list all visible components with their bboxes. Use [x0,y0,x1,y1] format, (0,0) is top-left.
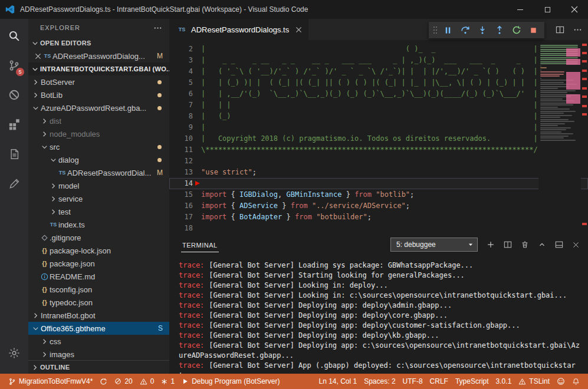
overview-ruler[interactable] [581,40,588,235]
debug-restart-button[interactable] [508,22,525,38]
more-actions-icon[interactable] [573,25,582,34]
line-number[interactable]: 12 [169,156,201,167]
tab-close-icon[interactable] [295,27,302,33]
line-number[interactable]: 13 [169,167,201,178]
line-number[interactable]: 4 [169,66,201,77]
activity-search-button[interactable] [0,21,28,51]
line-number[interactable]: 9 [169,122,201,133]
status-version[interactable]: 3.0.1 [492,374,515,389]
debug-pause-button[interactable] [439,22,456,38]
modified-dot [157,106,162,110]
status-eol[interactable]: CRLF [426,374,452,389]
activity-debug-blocked-button[interactable] [0,80,28,110]
minimize-button[interactable] [507,0,534,19]
terminal-line: trace:[General Bot Server] Looking in: d… [179,281,583,291]
tab-adresetpassworddialogs[interactable]: TS ADResetPasswordDialogs.ts [169,19,308,40]
maximize-button[interactable] [534,0,561,19]
editor-content[interactable]: 2| ( )_ _ |3| _ _ _ __ _ _ __ _ ___ ___ … [169,40,588,235]
tree-item-adresetpassworddial[interactable]: TSADResetPasswordDial...M [28,166,169,179]
tab-terminal[interactable]: TERMINAL [181,238,219,252]
status-debug-target[interactable]: Debug Program (BotServer) [178,374,283,389]
close-button[interactable] [561,0,588,19]
tree-item-azureadpasswordreset-gba[interactable]: AzureADPasswordReset.gba... [28,101,169,114]
status-cursor-position[interactable]: Ln 14, Col 1 [315,374,360,389]
minimap[interactable] [538,40,581,235]
split-editor-icon[interactable] [556,25,564,34]
new-terminal-icon[interactable] [487,240,495,249]
maximize-panel-icon[interactable] [538,240,546,249]
branch-icon [8,378,16,385]
tree-item-gitignore[interactable]: .gitignore [28,231,169,244]
line-number[interactable]: 10 [169,133,201,144]
close-panel-icon[interactable] [572,241,580,249]
outline-section-header[interactable]: OUTLINE [28,360,169,374]
line-number[interactable]: 18 [169,223,201,234]
tree-item-intranetbot-gbot[interactable]: IntranetBot.gbot [28,309,169,322]
line-number[interactable]: 16 [169,200,201,212]
chevron-down-icon [30,65,40,74]
workspace-section-header[interactable]: INTRANETBOTQUICKSTART.GBAI (WO... [28,62,169,75]
tree-item-package-json[interactable]: {}package.json [28,257,169,270]
debug-step-over-button[interactable] [456,22,474,38]
status-notifications[interactable] [569,374,583,389]
line-number[interactable]: 17 [169,212,201,223]
status-encoding[interactable]: UTF-8 [399,374,426,389]
status-info-count[interactable]: 1 [157,374,178,389]
status-errors[interactable]: 20 [111,374,136,389]
tree-item-node-modules[interactable]: node_modules [28,127,169,140]
status-git-branch[interactable]: MigrationToBotFmwV4* [5,374,96,389]
status-indentation[interactable]: Spaces: 2 [360,374,399,389]
line-number[interactable]: 11 [169,144,201,156]
debug-toolbar [429,22,544,38]
status-errors-label: 20 [124,377,132,385]
tree-item-dialog[interactable]: dialog [28,153,169,166]
tree-item-tsconfig-json[interactable]: {}tsconfig.json [28,283,169,296]
chevron-down-icon [31,104,41,113]
line-number[interactable]: 7 [169,100,201,111]
tree-item-dist[interactable]: dist [28,114,169,127]
open-editors-section-header[interactable]: OPEN EDITORS [28,37,169,50]
tree-item-package-lock-json[interactable]: {}package-lock.json [28,244,169,257]
status-sync[interactable] [96,374,111,389]
line-number[interactable]: 6 [169,88,201,100]
line-number[interactable]: 3 [169,55,201,66]
tree-item-model[interactable]: model [28,179,169,192]
toggle-panel-icon[interactable] [555,240,563,249]
more-actions-icon[interactable] [153,24,162,32]
tree-item-images[interactable]: images [28,348,169,360]
split-terminal-icon[interactable] [504,240,512,249]
activity-edit-button[interactable] [0,169,28,198]
tree-item-index-ts[interactable]: TSindex.ts [28,218,169,231]
activity-extensions-button[interactable] [0,110,28,139]
line-number[interactable]: 2 [169,44,201,55]
status-language[interactable]: TypeScript [452,374,492,389]
tab-label: ADResetPasswordDialogs.ts [191,25,289,34]
line-number[interactable]: 8 [169,111,201,122]
open-editor-item[interactable]: TSADResetPasswordDialog...M [28,50,169,62]
activity-documents-button[interactable] [0,139,28,169]
tree-item-css[interactable]: css [28,335,169,348]
line-number[interactable]: 15 [169,189,201,200]
debug-step-out-button[interactable] [491,22,508,38]
tree-item-botserver[interactable]: BotServer [28,75,169,88]
terminal-output[interactable]: trace:[General Bot Server] Loading sys p… [169,255,588,374]
debug-stop-button[interactable] [525,22,542,38]
status-warnings[interactable]: 0 [136,374,158,389]
line-number[interactable]: 5 [169,77,201,88]
tree-item-office365-gbtheme[interactable]: Office365.gbthemeS [28,322,169,335]
tree-item-typedoc-json[interactable]: {}typedoc.json [28,296,169,309]
tree-item-service[interactable]: service [28,192,169,205]
kill-terminal-icon[interactable] [521,240,529,249]
chevron-down-icon [40,143,50,151]
status-tslint[interactable]: TSLint [515,374,553,389]
status-feedback[interactable] [553,374,569,389]
terminal-selector[interactable]: 5: debuggee [390,238,478,252]
tree-item-botlib[interactable]: BotLib [28,88,169,101]
activity-settings-button[interactable] [0,338,28,368]
tree-item-readme-md[interactable]: README.md [28,270,169,283]
activity-source-control-button[interactable]: 5 [0,51,28,80]
tree-item-src[interactable]: src [28,140,169,153]
tree-item-test[interactable]: test [28,205,169,218]
debug-step-into-button[interactable] [474,22,491,38]
tree-item-label: dist [50,117,61,126]
